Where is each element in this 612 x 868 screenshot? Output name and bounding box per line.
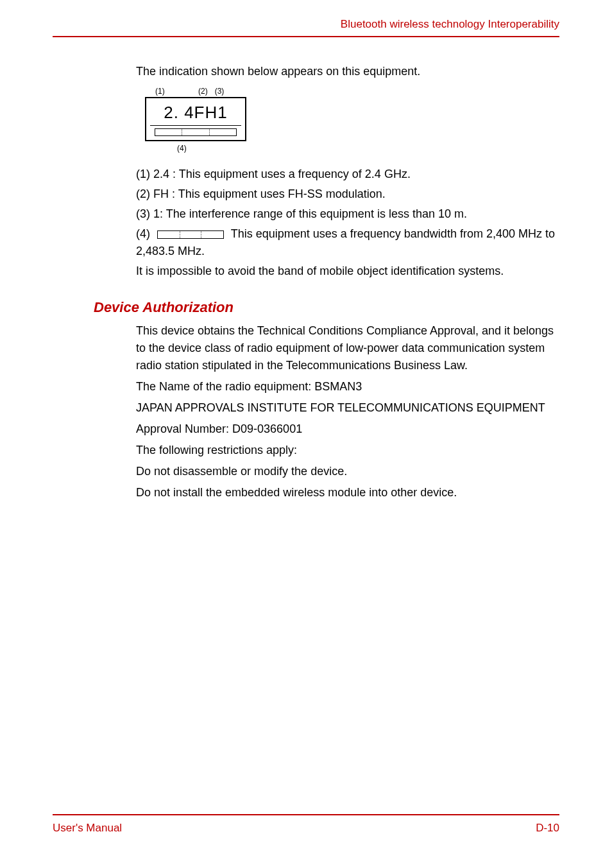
- item-1: (1) 2.4 : This equipment uses a frequenc…: [136, 166, 559, 183]
- intro-text: The indication shown below appears on th…: [136, 63, 559, 80]
- auth-p1: This device obtains the Technical Condit…: [136, 322, 559, 374]
- label-main-text: 2. 4FH1: [150, 100, 241, 126]
- auth-p7: Do not install the embedded wireless mod…: [136, 484, 559, 501]
- footer-right: D-10: [536, 822, 559, 835]
- item-2: (2) FH : This equipment uses FH-SS modul…: [136, 186, 559, 203]
- page-footer: User's Manual D-10: [53, 814, 559, 835]
- marker-3: (3): [215, 85, 228, 97]
- item-tail: It is impossible to avoid the band of mo…: [136, 263, 559, 280]
- page-header: Bluetooth wireless technology Interopera…: [53, 18, 559, 37]
- frequency-bar-icon: [155, 128, 237, 136]
- label-top-markers: (1) (2) (3): [145, 85, 254, 97]
- auth-p3: JAPAN APPROVALS INSTITUTE FOR TELECOMMUN…: [136, 399, 559, 417]
- label-box: 2. 4FH1: [145, 97, 246, 141]
- item-4: (4) This equipment uses a frequency band…: [136, 225, 559, 260]
- device-authorization-heading: Device Authorization: [94, 299, 559, 316]
- auth-p5: The following restrictions apply:: [136, 442, 559, 459]
- section-indication: The indication shown below appears on th…: [136, 63, 559, 280]
- auth-p6: Do not disassemble or modify the device.: [136, 463, 559, 480]
- equipment-label-diagram: (1) (2) (3) 2. 4FH1 (4): [145, 85, 254, 154]
- auth-p4: Approval Number: D09-0366001: [136, 421, 559, 438]
- marker-2: (2): [193, 85, 212, 97]
- footer-left: User's Manual: [53, 822, 122, 835]
- header-title: Bluetooth wireless technology Interopera…: [341, 18, 559, 30]
- auth-p2: The Name of the radio equipment: BSMAN3: [136, 378, 559, 395]
- frequency-bar-inline-icon: [157, 230, 224, 239]
- item-4-prefix: (4): [136, 227, 153, 240]
- item-3: (3) 1: The interference range of this eq…: [136, 205, 559, 223]
- marker-1: (1): [155, 85, 191, 97]
- marker-4: (4): [145, 143, 254, 154]
- device-authorization-body: This device obtains the Technical Condit…: [136, 322, 559, 501]
